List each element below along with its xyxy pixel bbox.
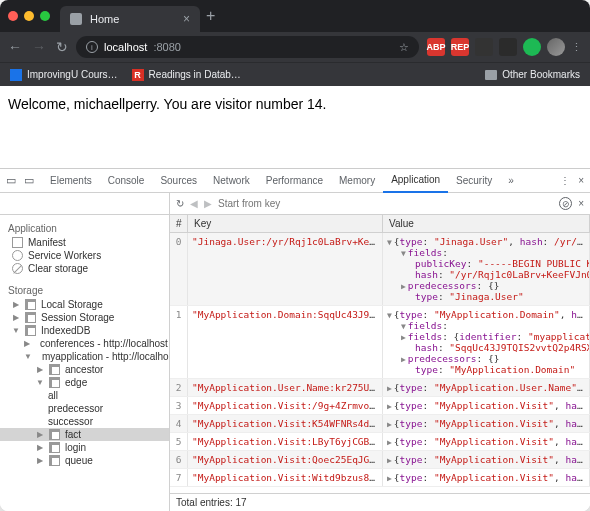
address-bar[interactable]: i localhost:8080 ☆: [76, 36, 419, 58]
row-index: 0: [170, 233, 188, 305]
next-page-icon[interactable]: ▶: [204, 198, 212, 209]
tab-application[interactable]: Application: [383, 169, 448, 193]
col-key[interactable]: Key: [188, 215, 383, 232]
sidebar-item-service-workers[interactable]: Service Workers: [0, 249, 169, 262]
row-index: 7: [170, 469, 188, 486]
row-index: 2: [170, 379, 188, 396]
bookmark-item[interactable]: R Readings in Datab…: [132, 69, 241, 81]
site-info-icon[interactable]: i: [86, 41, 98, 53]
bookmark-label: Readings in Datab…: [149, 69, 241, 80]
welcome-text: Welcome, michaellperry. You are visitor …: [8, 96, 327, 112]
col-index[interactable]: #: [170, 215, 188, 232]
table-row[interactable]: 7"MyApplication.Visit:Witd9bzus8vaaaPuBV…: [170, 469, 590, 487]
bookmark-favicon-icon: [10, 69, 22, 81]
sidebar-item-store-fact[interactable]: ▶fact: [0, 428, 169, 441]
close-window-button[interactable]: [8, 11, 18, 21]
table-row[interactable]: 6"MyApplication.Visit:Qoec25EqJGyJEJsTj/…: [170, 451, 590, 469]
minimize-window-button[interactable]: [24, 11, 34, 21]
other-bookmarks-label: Other Bookmarks: [502, 69, 580, 80]
tab-security[interactable]: Security: [448, 169, 500, 193]
table-row[interactable]: 5"MyApplication.Visit:LByT6yjCGBmloX9IAP…: [170, 433, 590, 451]
table-row[interactable]: 1"MyApplication.Domain:SqqUc43J9TQIS2vvt…: [170, 306, 590, 379]
other-bookmarks[interactable]: Other Bookmarks: [485, 69, 580, 80]
sidebar-header-application: Application: [0, 219, 169, 236]
clear-store-icon[interactable]: ⊘: [559, 197, 572, 210]
tab-performance[interactable]: Performance: [258, 169, 331, 193]
row-value: ▶{type: "MyApplication.Visit", hash: "K5…: [383, 415, 590, 432]
row-key: "MyApplication.Visit:Qoec25EqJGyJEJsTj/Q…: [188, 451, 383, 468]
bookmark-star-icon[interactable]: ☆: [399, 41, 409, 54]
table-row[interactable]: 4"MyApplication.Visit:K54WFNRs4dJuQwO9Fi…: [170, 415, 590, 433]
extension-3[interactable]: [475, 38, 493, 56]
table-header: # Key Value: [170, 215, 590, 233]
devtools-close-icon[interactable]: ×: [578, 175, 584, 186]
extension-rep[interactable]: REP: [451, 38, 469, 56]
table-body[interactable]: 0"Jinaga.User:/yr/Rqj1c0LaBrv+KeeFVJn0/L…: [170, 233, 590, 493]
tab-more[interactable]: »: [500, 169, 522, 193]
gear-icon: [12, 250, 23, 261]
devtools-menu-icon[interactable]: ⋮: [560, 175, 570, 186]
prev-page-icon[interactable]: ◀: [190, 198, 198, 209]
application-sidebar: Application Manifest Service Workers Cle…: [0, 215, 170, 511]
sidebar-item-index-all[interactable]: all: [0, 389, 169, 402]
close-tab-icon[interactable]: ×: [183, 12, 190, 26]
profile-avatar[interactable]: [547, 38, 565, 56]
storage-icon: [25, 325, 36, 336]
sidebar-item-index-successor[interactable]: successor: [0, 415, 169, 428]
tab-console[interactable]: Console: [100, 169, 153, 193]
key-filter-input[interactable]: [218, 198, 345, 209]
tab-memory[interactable]: Memory: [331, 169, 383, 193]
table-row[interactable]: 0"Jinaga.User:/yr/Rqj1c0LaBrv+KeeFVJn0/L…: [170, 233, 590, 306]
sidebar-item-manifest[interactable]: Manifest: [0, 236, 169, 249]
url-host: localhost: [104, 41, 147, 53]
bookmark-item[interactable]: ImprovingU Cours…: [10, 69, 118, 81]
favicon-icon: [70, 13, 82, 25]
col-value[interactable]: Value: [383, 215, 590, 232]
browser-menu-icon[interactable]: ⋮: [571, 41, 582, 54]
forward-button[interactable]: →: [32, 39, 46, 55]
sidebar-item-db-conferences[interactable]: ▶conferences - http://localhost: [0, 337, 169, 350]
tab-title: Home: [90, 13, 175, 25]
extension-abp[interactable]: ABP: [427, 38, 445, 56]
row-value: ▶{type: "MyApplication.Visit", hash: "Wi…: [383, 469, 590, 486]
tab-network[interactable]: Network: [205, 169, 258, 193]
row-index: 1: [170, 306, 188, 378]
indexeddb-data-pane: # Key Value 0"Jinaga.User:/yr/Rqj1c0LaBr…: [170, 215, 590, 511]
table-row[interactable]: 2"MyApplication.User.Name:kr275ULoP8CeNX…: [170, 379, 590, 397]
row-index: 4: [170, 415, 188, 432]
sidebar-item-local-storage[interactable]: ▶Local Storage: [0, 298, 169, 311]
row-key: "MyApplication.Visit:K54WFNRs4dJuQwO9Fi…: [188, 415, 383, 432]
sidebar-item-store-edge[interactable]: ▼edge: [0, 376, 169, 389]
new-tab-button[interactable]: +: [206, 7, 215, 25]
refresh-db-icon[interactable]: ↻: [176, 198, 184, 209]
extension-5[interactable]: [523, 38, 541, 56]
sidebar-item-session-storage[interactable]: ▶Session Storage: [0, 311, 169, 324]
browser-tab[interactable]: Home ×: [60, 6, 200, 32]
sidebar-item-clear-storage[interactable]: Clear storage: [0, 262, 169, 275]
delete-selected-icon[interactable]: ×: [578, 198, 584, 209]
sidebar-item-index-predecessor[interactable]: predecessor: [0, 402, 169, 415]
tab-sources[interactable]: Sources: [152, 169, 205, 193]
row-key: "MyApplication.Visit:/9g+4Zrmvo9acSZ/x2…: [188, 397, 383, 414]
back-button[interactable]: ←: [8, 39, 22, 55]
extension-4[interactable]: [499, 38, 517, 56]
sidebar-item-store-queue[interactable]: ▶queue: [0, 454, 169, 467]
device-toggle-icon[interactable]: ▭: [24, 174, 34, 187]
table-row[interactable]: 3"MyApplication.Visit:/9g+4Zrmvo9acSZ/x2…: [170, 397, 590, 415]
row-value: ▼{type: "Jinaga.User", hash: /yr/Rqj1c0▼…: [383, 233, 590, 305]
sidebar-item-db-myapplication[interactable]: ▼myapplication - http://localhost: [0, 350, 169, 363]
sidebar-item-store-ancestor[interactable]: ▶ancestor: [0, 363, 169, 376]
devtools-tabbar: ▭ ▭ Elements Console Sources Network Per…: [0, 169, 590, 193]
browser-tabstrip: Home × +: [0, 0, 590, 32]
sidebar-item-indexeddb[interactable]: ▼IndexedDB: [0, 324, 169, 337]
inspect-element-icon[interactable]: ▭: [6, 174, 16, 187]
maximize-window-button[interactable]: [40, 11, 50, 21]
row-value: ▶{type: "MyApplication.Visit", hash: "LB…: [383, 433, 590, 450]
reload-button[interactable]: ↻: [56, 39, 68, 55]
tab-elements[interactable]: Elements: [42, 169, 100, 193]
page-content: Welcome, michaellperry. You are visitor …: [0, 86, 590, 168]
row-key: "MyApplication.Visit:LByT6yjCGBmloX9IAPH…: [188, 433, 383, 450]
row-value: ▶{type: "MyApplication.User.Name", hash:…: [383, 379, 590, 396]
sidebar-item-store-login[interactable]: ▶login: [0, 441, 169, 454]
row-index: 6: [170, 451, 188, 468]
